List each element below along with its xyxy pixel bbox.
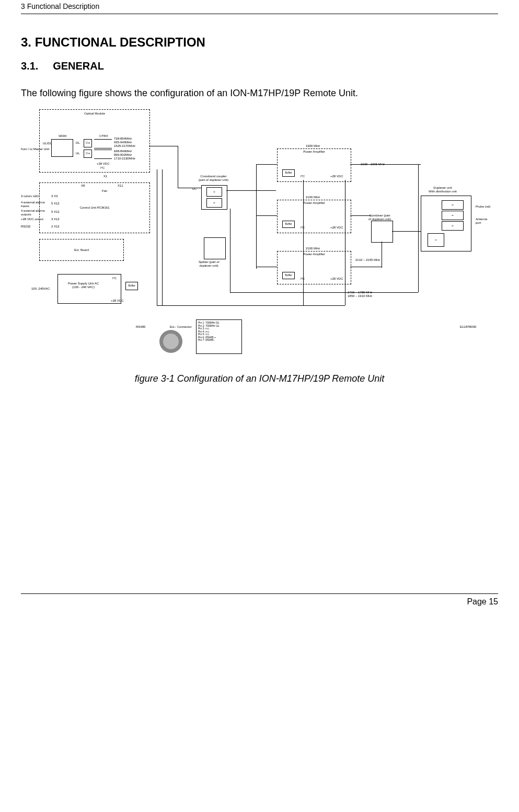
crossband-f1: ≈ [206, 187, 222, 197]
ext-conn-pins: Pin 1: 700MHz DL Pin 2: 700MHz UL Pin 3:… [196, 319, 242, 354]
wdm-block [51, 139, 73, 157]
combiner-label: Combiner (part of duplexer unit) [368, 214, 391, 221]
psu-buffer: Buffer [125, 282, 138, 290]
x11-label: X11 [118, 184, 123, 188]
oe-ul: O e [84, 150, 92, 158]
ctl-row3-r: 3 X12 [51, 218, 60, 221]
chapter-title: 3. FUNCTIONAL DESCRIPTION [21, 35, 498, 50]
pa2100a-vdc: +28 VDC [330, 226, 343, 230]
ext-board: Ext. Board [39, 239, 124, 261]
section-number: 3.1. [21, 60, 38, 72]
duplexer-dist: ≈ [428, 233, 444, 247]
master-link-label: from / to Master Unit [21, 147, 49, 151]
ext-conn-label: Ext.- Connector [170, 325, 192, 329]
pa2100a-band: 2100 MHz [306, 196, 320, 199]
ctl-row3-l: +28 VDC output [21, 218, 43, 221]
x1-label: X1 [103, 175, 107, 178]
splitter [204, 237, 226, 259]
freq-2110: 2110 – 2155 MHz [355, 258, 380, 262]
pa2100b-buf: Buffer [282, 272, 295, 279]
block-diagram: Optical Module from / to Master Unit WDM… [21, 107, 497, 368]
crossband-f2: ≈ [206, 198, 222, 208]
pa1900-vdc: +28 VDC [330, 175, 343, 178]
section-name: GENERAL [53, 60, 104, 72]
freq-1: 935-940MHz [114, 141, 132, 144]
pa2100b-title: Power Amplifier [303, 253, 325, 256]
oe-dl: O e [84, 139, 92, 147]
x8-label: X8 [81, 184, 85, 188]
duplexer-filters: ≈ ≈ ≈ [441, 200, 465, 231]
freq-4: 896-902MHz [114, 153, 132, 157]
freq-1710: 1710 – 1755 MHz 1850 – 1910 MHz [348, 291, 372, 298]
pa1900-title: Power Amplifier [303, 150, 325, 154]
fan-label: Fan [102, 189, 107, 193]
page-footer: Page 15 [21, 593, 498, 622]
pa1900-band: 1900 MHz [306, 144, 320, 148]
ctl-row2-l: 4 external alarms outputs [21, 209, 45, 216]
psu-vdc: +28 VDC [111, 299, 124, 303]
uldl-label: UL/DL [43, 142, 52, 145]
ctl-row1-r: 5 X12 [51, 202, 60, 205]
ctl-row4-l: RS232 [21, 225, 30, 228]
pa1900-i2c: I²C [301, 175, 305, 178]
pa2100b-i2c: I²C [301, 277, 305, 281]
freq-3: 698-849MHz [114, 150, 132, 153]
opt-vdc: +28 VDC [97, 162, 110, 166]
splitter-label: Splitter (part of duplexer unit) [199, 260, 219, 267]
intro-text: The following figure shows the configura… [21, 88, 498, 99]
connector-icon [159, 330, 182, 353]
ctl-row0-r: 3 X3 [51, 195, 57, 198]
rs485-label: RS485 [136, 325, 145, 329]
ctl-row4-r: 2 X12 [51, 225, 60, 228]
freq-0: 728-894MHz [114, 137, 132, 141]
control-unit-title: Control Unit RCM161 [79, 206, 109, 210]
ul-label: UL [76, 152, 80, 155]
psu-in: 100..240VAC [31, 287, 50, 291]
section-title: 3.1. GENERAL [21, 60, 498, 72]
page-header: 3 Functional Description [21, 0, 498, 14]
pa2100b-band: 2100 MHz [306, 247, 320, 250]
crossband-label: Crossband coupler (part of duplexer unit… [199, 175, 228, 181]
probe-label: Probe (nd) [476, 205, 490, 209]
ctl-row0-l: 3 colors LED [21, 195, 39, 198]
psu-i2c: I²C [112, 277, 117, 280]
pa2100a-i2c: I²C [301, 226, 305, 230]
otrx-label: OTRX [99, 134, 108, 138]
pa2100b-vdc: +28 VDC [330, 277, 343, 281]
antenna-label: Antenna port [476, 218, 487, 224]
wdm-label: WDM [59, 134, 66, 138]
figure-caption: figure 3-1 Configuration of an ION-M17HP… [21, 373, 498, 384]
opt-i2c: I²C [100, 166, 105, 170]
pa2100a-title: Power Amplifier [303, 201, 325, 205]
ctl-row2-r: 5 X12 [51, 210, 60, 214]
freq-5: 1710-2130MHz [114, 157, 135, 161]
dl-splitter [94, 139, 112, 148]
freq-2: 1525-2170MHz [114, 144, 135, 148]
psu-title: Power Supply Unit AC (100 - 240 VAC) [68, 282, 99, 289]
doc-id: E1187B000 [460, 325, 476, 329]
pa2100a-buf: Buffer [282, 221, 295, 228]
pa1900-buf: Buffer [282, 169, 295, 177]
duplexer-label: Duplexer unit With distribution unit [429, 186, 457, 193]
ul-combiner [94, 150, 112, 159]
combiner [371, 221, 393, 243]
ctl-row1-l: 4 external alarms inputs [21, 201, 45, 208]
dl-label: DL [76, 141, 80, 145]
optical-module-title: Optical Module [84, 112, 105, 116]
